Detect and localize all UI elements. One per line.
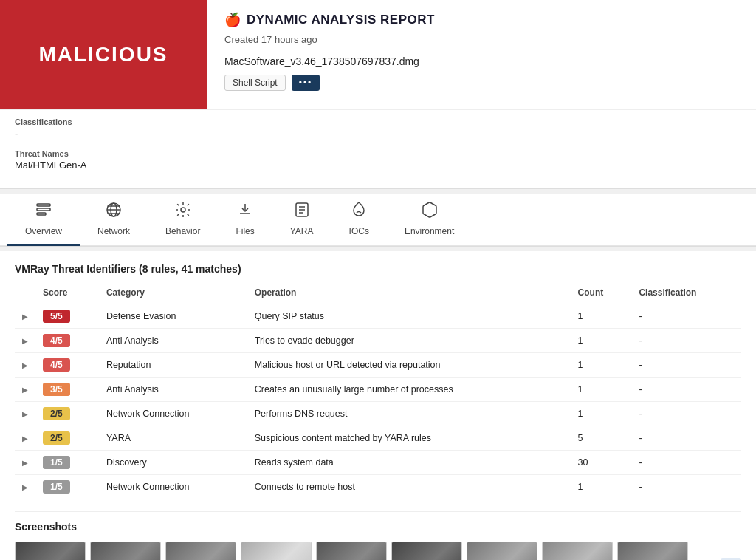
expand-arrow[interactable]: ▶: [15, 402, 35, 426]
table-row[interactable]: ▶ 2/5 YARA Suspicious content matched by…: [15, 426, 741, 451]
screenshot-thumb[interactable]: [542, 542, 613, 560]
screenshot-thumb[interactable]: [15, 542, 86, 560]
score-cell: 2/5: [35, 402, 99, 426]
threat-table: ScoreCategoryOperationCountClassificatio…: [15, 281, 741, 499]
expand-arrow[interactable]: ▶: [15, 353, 35, 378]
screenshot-thumb[interactable]: [90, 542, 161, 560]
score-cell: 4/5: [35, 353, 99, 378]
dots-button[interactable]: •••: [292, 75, 320, 91]
classification-cell: -: [631, 304, 741, 329]
screenshot-image: [317, 542, 386, 560]
operation-cell: Tries to evade debugger: [247, 329, 571, 353]
screenshot-image: [543, 542, 612, 560]
classifications-section: Classifications - Threat Names Mal/HTMLG…: [0, 110, 207, 188]
apple-logo-icon: 🍎: [224, 12, 241, 28]
screenshot-thumb[interactable]: [391, 542, 462, 560]
tab-files[interactable]: Files: [218, 194, 272, 246]
report-header: 🍎 DYNAMIC ANALYSIS REPORT: [224, 12, 738, 28]
screenshot-image: [91, 542, 160, 560]
screenshot-thumb[interactable]: [165, 542, 236, 560]
network-icon: [105, 201, 123, 223]
score-badge: 5/5: [43, 310, 70, 323]
score-cell: 1/5: [35, 475, 99, 499]
created-text: Created 17 hours ago: [224, 34, 738, 45]
tab-iocs-label: IOCs: [349, 226, 369, 236]
category-cell: Network Connection: [99, 475, 247, 499]
tab-overview[interactable]: Overview: [7, 194, 80, 246]
main-content: VMRay Threat Identifiers (8 rules, 41 ma…: [0, 251, 756, 560]
col-classification: Classification: [631, 281, 741, 304]
operation-cell: Connects to remote host: [247, 475, 571, 499]
tab-behavior-label: Behavior: [165, 226, 200, 236]
environment-icon: [421, 201, 439, 223]
count-cell: 1: [571, 378, 632, 402]
score-badge: 4/5: [43, 358, 70, 372]
table-row[interactable]: ▶ 5/5 Defense Evasion Query SIP status 1…: [15, 304, 741, 329]
category-cell: Network Connection: [99, 402, 247, 426]
classifications-label: Classifications: [15, 117, 192, 126]
screenshot-thumb[interactable]: [467, 542, 537, 560]
score-badge: 1/5: [43, 456, 70, 469]
score-badge: 3/5: [43, 383, 70, 396]
expand-arrow[interactable]: ▶: [15, 329, 35, 353]
tag-row: Shell Script •••: [224, 75, 738, 91]
score-cell: 4/5: [35, 329, 99, 353]
tab-network[interactable]: Network: [80, 194, 148, 246]
expand-arrow[interactable]: ▶: [15, 451, 35, 475]
malicious-panel: MALICIOUS: [0, 0, 207, 109]
screenshots-section: Screenshots ❯: [0, 499, 756, 560]
col-operation: Operation: [247, 281, 571, 304]
table-row[interactable]: ▶ 3/5 Anti Analysis Creates an unusually…: [15, 378, 741, 402]
tab-environment-label: Environment: [405, 226, 454, 236]
expand-arrow[interactable]: ▶: [15, 475, 35, 499]
iocs-icon: [350, 201, 368, 223]
score-badge: 1/5: [43, 480, 70, 494]
table-row[interactable]: ▶ 4/5 Reputation Malicious host or URL d…: [15, 353, 741, 378]
operation-cell: Creates an unusually large number of pro…: [247, 378, 571, 402]
nav-tabs: Overview Network Behavior Files YARA IOC…: [0, 194, 756, 247]
table-row[interactable]: ▶ 4/5 Anti Analysis Tries to evade debug…: [15, 329, 741, 353]
operation-cell: Performs DNS request: [247, 402, 571, 426]
expand-arrow[interactable]: ▶: [15, 378, 35, 402]
category-cell: Anti Analysis: [99, 329, 247, 353]
svg-rect-2: [37, 213, 46, 215]
table-row[interactable]: ▶ 1/5 Discovery Reads system data 30 -: [15, 451, 741, 475]
threat-names-label: Threat Names: [15, 149, 192, 158]
tab-iocs[interactable]: IOCs: [331, 194, 387, 246]
svg-point-8: [181, 208, 185, 212]
svg-rect-0: [37, 204, 50, 206]
count-cell: 5: [571, 426, 632, 451]
classification-cell: -: [631, 329, 741, 353]
screenshot-thumb[interactable]: [316, 542, 387, 560]
expand-arrow[interactable]: ▶: [15, 426, 35, 451]
operation-cell: Query SIP status: [247, 304, 571, 329]
expand-col-header: [15, 281, 35, 304]
score-badge: 2/5: [43, 407, 70, 420]
category-cell: Defense Evasion: [99, 304, 247, 329]
table-row[interactable]: ▶ 2/5 Network Connection Performs DNS re…: [15, 402, 741, 426]
report-right-spacer: [207, 110, 756, 188]
report-title: DYNAMIC ANALYSIS REPORT: [247, 13, 435, 27]
count-cell: 1: [571, 402, 632, 426]
tab-yara[interactable]: YARA: [272, 194, 331, 246]
tab-behavior[interactable]: Behavior: [148, 194, 218, 246]
screenshot-thumb[interactable]: [617, 542, 688, 560]
threat-identifiers-title: VMRay Threat Identifiers (8 rules, 41 ma…: [15, 251, 741, 281]
screenshot-image: [16, 542, 85, 560]
col-score: Score: [35, 281, 99, 304]
count-cell: 1: [571, 475, 632, 499]
shell-script-tag[interactable]: Shell Script: [224, 75, 286, 91]
tab-environment[interactable]: Environment: [387, 194, 472, 246]
table-row[interactable]: ▶ 1/5 Network Connection Connects to rem…: [15, 475, 741, 499]
files-icon: [236, 201, 254, 223]
malicious-title: MALICIOUS: [38, 43, 168, 66]
expand-arrow[interactable]: ▶: [15, 304, 35, 329]
tab-yara-label: YARA: [290, 226, 314, 236]
score-cell: 2/5: [35, 426, 99, 451]
overview-icon: [35, 201, 52, 223]
screenshot-thumb[interactable]: [241, 542, 312, 560]
classification-cell: -: [631, 475, 741, 499]
screenshot-image: [467, 542, 537, 560]
tab-network-label: Network: [97, 226, 130, 236]
col-count: Count: [571, 281, 632, 304]
